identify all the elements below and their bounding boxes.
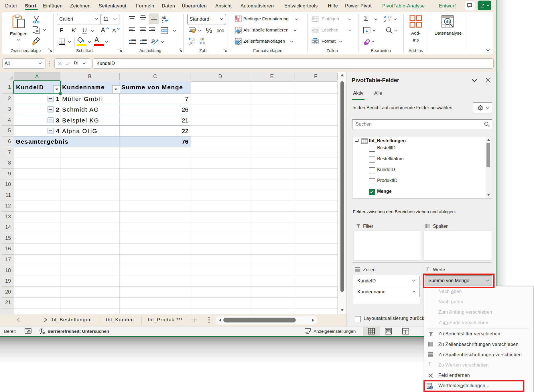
svg-text:Z: Z — [384, 19, 386, 23]
svg-text:,0: ,0 — [192, 37, 194, 41]
svg-text:co: co — [190, 28, 192, 31]
svg-text:,00: ,00 — [189, 41, 193, 45]
svg-text:ab: ab — [151, 37, 156, 44]
svg-text:,00: ,00 — [200, 37, 204, 41]
svg-text:,0: ,0 — [202, 41, 205, 45]
svg-text:A: A — [384, 15, 386, 19]
